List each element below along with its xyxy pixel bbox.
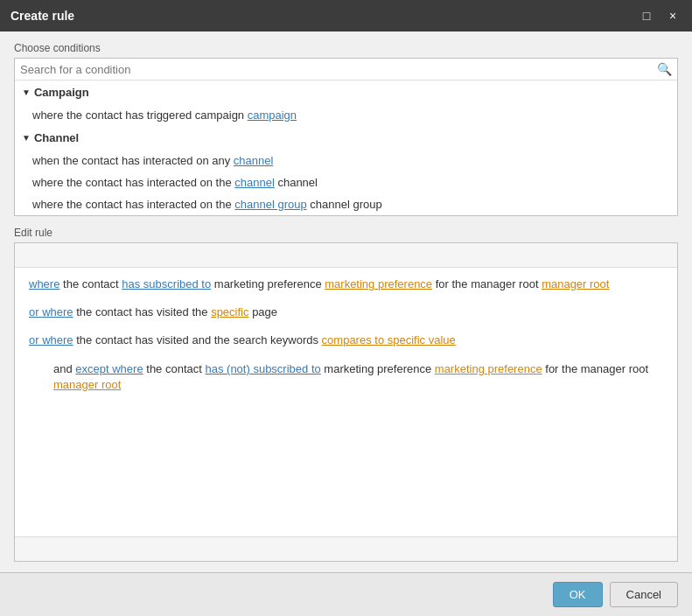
close-button[interactable]: × bbox=[664, 7, 682, 24]
rule-row-4: and except where the contact has (not) s… bbox=[29, 361, 663, 393]
rule-row2-or-where[interactable]: or where bbox=[29, 305, 73, 318]
condition-channel-group[interactable]: where the contact has interacted on the … bbox=[15, 193, 677, 215]
minimize-button[interactable]: □ bbox=[638, 7, 655, 24]
condition-text-channel-group: where the contact has interacted on the bbox=[32, 198, 234, 211]
search-input[interactable] bbox=[20, 63, 657, 76]
rule-row2-specific[interactable]: specific bbox=[211, 305, 248, 318]
condition-link-channel-any[interactable]: channel bbox=[234, 154, 274, 167]
rule-row1-subscribed[interactable]: has subscribed to bbox=[122, 277, 211, 290]
conditions-section: Choose conditions 🔍 ▼ Campaign where the… bbox=[14, 42, 678, 216]
rule-row4-and: and bbox=[53, 362, 75, 375]
rule-row1-manager-root[interactable]: manager root bbox=[542, 277, 609, 290]
group-campaign-label: Campaign bbox=[34, 86, 89, 99]
rule-row1-text2: marketing preference bbox=[214, 277, 325, 290]
rule-row1-where[interactable]: where bbox=[29, 277, 59, 290]
group-campaign: ▼ Campaign bbox=[15, 80, 677, 104]
condition-channel-any[interactable]: when the contact has interacted on any c… bbox=[15, 150, 677, 172]
rule-row4-text1: the contact bbox=[146, 362, 205, 375]
condition-text-channel-end: channel bbox=[275, 176, 318, 189]
cancel-button[interactable]: Cancel bbox=[610, 582, 678, 607]
edit-rule-section: Edit rule where the contact has subscrib… bbox=[14, 227, 678, 562]
rule-row-1: where the contact has subscribed to mark… bbox=[29, 276, 663, 292]
rule-row2-text1: the contact has visited the bbox=[76, 305, 211, 318]
rule-row3-text1: the contact has visited and the search k… bbox=[76, 333, 321, 346]
dialog-footer: OK Cancel bbox=[0, 572, 692, 616]
search-icon: 🔍 bbox=[657, 62, 672, 76]
group-channel: ▼ Channel bbox=[15, 126, 677, 150]
titlebar-controls: □ × bbox=[638, 7, 682, 24]
condition-link-channel-group[interactable]: channel group bbox=[234, 198, 306, 211]
rule-row4-text3: for the manager root bbox=[545, 362, 648, 375]
rule-row2-text2: page bbox=[252, 305, 277, 318]
rule-content: where the contact has subscribed to mark… bbox=[15, 268, 677, 536]
rule-row4-not-subscribed[interactable]: has (not) subscribed to bbox=[205, 362, 320, 375]
rule-row-2: or where the contact has visited the spe… bbox=[29, 304, 663, 320]
rule-top-bar bbox=[15, 243, 677, 268]
create-rule-dialog: Create rule □ × Choose conditions 🔍 ▼ bbox=[0, 0, 692, 616]
group-channel-label: Channel bbox=[34, 131, 79, 144]
condition-text: where the contact has triggered campaign bbox=[32, 108, 248, 122]
condition-text-channel-specific: where the contact has interacted on the bbox=[32, 176, 234, 189]
condition-text-channel-any: when the contact has interacted on any bbox=[32, 154, 234, 167]
condition-link-campaign[interactable]: campaign bbox=[248, 108, 297, 122]
edit-rule-box: where the contact has subscribed to mark… bbox=[14, 242, 678, 562]
rule-row1-preference[interactable]: marketing preference bbox=[325, 277, 432, 290]
conditions-panel: 🔍 ▼ Campaign where the contact has trigg… bbox=[14, 58, 678, 216]
edit-rule-label: Edit rule bbox=[14, 227, 678, 239]
dialog-title: Create rule bbox=[10, 9, 74, 23]
rule-row3-or-where[interactable]: or where bbox=[29, 333, 73, 346]
titlebar: Create rule □ × bbox=[0, 0, 692, 32]
search-bar: 🔍 bbox=[15, 59, 677, 80]
conditions-label: Choose conditions bbox=[14, 42, 678, 54]
collapse-arrow-channel: ▼ bbox=[22, 133, 31, 143]
ok-button[interactable]: OK bbox=[553, 582, 603, 607]
dialog-body: Choose conditions 🔍 ▼ Campaign where the… bbox=[0, 32, 692, 572]
condition-link-channel[interactable]: channel bbox=[234, 176, 275, 189]
conditions-list: ▼ Campaign where the contact has trigger… bbox=[15, 80, 677, 215]
rule-row4-text2: marketing preference bbox=[324, 362, 434, 375]
condition-channel-specific[interactable]: where the contact has interacted on the … bbox=[15, 172, 677, 193]
rule-row4-preference[interactable]: marketing preference bbox=[435, 362, 542, 375]
rule-row4-except-where[interactable]: except where bbox=[75, 362, 143, 375]
condition-campaign-triggered[interactable]: where the contact has triggered campaign… bbox=[15, 104, 677, 126]
rule-row3-compares[interactable]: compares to specific value bbox=[322, 333, 456, 346]
rule-row-3: or where the contact has visited and the… bbox=[29, 332, 663, 348]
collapse-arrow-campaign: ▼ bbox=[22, 88, 31, 97]
rule-row4-manager-root[interactable]: manager root bbox=[53, 378, 121, 391]
rule-row1-text1: the contact bbox=[63, 277, 122, 290]
rule-row1-text3: for the manager root bbox=[436, 277, 542, 290]
rule-bottom-bar bbox=[15, 536, 677, 561]
condition-text-channel-group-end: channel group bbox=[307, 198, 382, 211]
